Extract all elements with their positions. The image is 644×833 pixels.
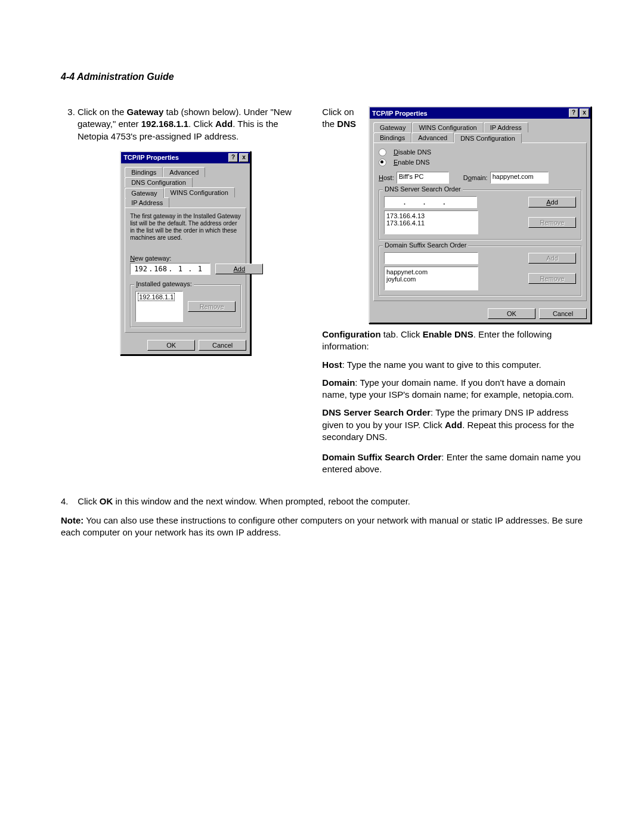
tab-gateway[interactable]: Gateway: [373, 122, 412, 132]
help-icon[interactable]: ?: [228, 153, 238, 162]
enable-dns-radio[interactable]: Enable DNS: [379, 158, 581, 166]
right-dss-p: Domain Suffix Search Order: Enter the sa…: [322, 451, 592, 476]
note-paragraph: Note: You can also use these instruction…: [61, 515, 592, 539]
tab-ipaddress[interactable]: IP Address: [125, 197, 169, 208]
add-dns-button[interactable]: Add: [528, 197, 576, 208]
tcpip-dns-dialog: TCP/IP Properties ? x Gateway WINS Confi…: [369, 106, 592, 324]
ok-button[interactable]: OK: [147, 340, 195, 351]
new-gateway-input[interactable]: 192. 168. 1. 1: [130, 263, 210, 275]
page-header: 4-4 Administration Guide: [61, 72, 592, 82]
step-4: 4. Click OK in this window and the next …: [61, 496, 592, 506]
step-3: Click on the Gateway tab (shown below). …: [78, 106, 310, 143]
tab-bindings[interactable]: Bindings: [125, 167, 163, 177]
tab-advanced[interactable]: Advanced: [411, 132, 454, 143]
dialog2-panel: Disable DNS Enable DNS Host: Biff's PC D…: [373, 143, 587, 301]
dialog2-tabs-row1: Gateway WINS Configuration IP Address: [370, 119, 590, 132]
tab-bindings[interactable]: Bindings: [373, 132, 411, 143]
domain-label: Domain:: [463, 174, 488, 181]
domain-input[interactable]: happynet.com: [490, 172, 549, 184]
host-label: Host:: [379, 174, 394, 181]
tab-wins[interactable]: WINS Configuration: [164, 187, 235, 197]
step3-add: Add: [215, 119, 233, 129]
dialog1-tabs-row2: Gateway WINS Configuration IP Address: [121, 187, 250, 208]
list-item[interactable]: 173.166.4.11: [386, 219, 476, 227]
right-dsso-p: DNS Server Search Order: Type the primar…: [322, 407, 592, 443]
list-item[interactable]: 173.166.4.13: [386, 212, 476, 219]
tcpip-gateway-dialog: TCP/IP Properties ? x Bindings Advanced …: [120, 151, 251, 355]
dialog1-titlebar[interactable]: TCP/IP Properties ? x: [121, 152, 250, 163]
tab-dns-config[interactable]: DNS Configuration: [454, 133, 522, 143]
help-icon[interactable]: ?: [569, 109, 578, 117]
domain-suffix-group: Domain Suffix Search Order Add happynet.…: [379, 246, 581, 296]
suffix-legend: Domain Suffix Search Order: [383, 241, 468, 249]
dns-ip-input[interactable]: ...: [384, 196, 477, 208]
step3-gateway: Gateway: [127, 107, 164, 117]
dialog2-title: TCP/IP Properties: [372, 110, 428, 117]
right-host-p: Host: Type the name you want to give to …: [322, 359, 592, 371]
dialog1-panel: The first gateway in the Installed Gatew…: [125, 208, 246, 333]
dialog2-titlebar[interactable]: TCP/IP Properties ? x: [370, 107, 590, 119]
tab-advanced[interactable]: Advanced: [163, 167, 205, 177]
ok-button[interactable]: OK: [488, 308, 535, 319]
add-suffix-button[interactable]: Add: [528, 253, 576, 264]
suffix-list[interactable]: happynet.com joyful.com: [384, 267, 478, 290]
dsso-legend: DNS Server Search Order: [383, 185, 463, 193]
add-gateway-button[interactable]: Add: [215, 264, 263, 274]
host-input[interactable]: Biff's PC: [397, 172, 449, 184]
tab-dns-config[interactable]: DNS Configuration: [125, 177, 193, 187]
tab-gateway[interactable]: Gateway: [125, 188, 163, 198]
gateway-desc: The first gateway in the Installed Gatew…: [130, 213, 241, 241]
cancel-button[interactable]: Cancel: [199, 340, 246, 351]
remove-suffix-button[interactable]: Remove: [528, 273, 576, 284]
step4-number: 4.: [61, 496, 75, 506]
step3-ip: 192.168.1.1: [141, 119, 188, 129]
dns-search-order-group: DNS Server Search Order ... Add 173.166.…: [379, 190, 581, 240]
tab-wins[interactable]: WINS Configuration: [412, 122, 483, 132]
right-domain-p: Domain: Type your domain name. If you do…: [322, 377, 592, 401]
step3-text3: . Click: [188, 119, 215, 129]
installed-gateways-list[interactable]: 192.168.1.1: [135, 291, 183, 322]
suffix-input[interactable]: [384, 252, 478, 264]
close-icon[interactable]: x: [239, 153, 249, 162]
dialog1-tabs-row1: Bindings Advanced DNS Configuration: [121, 163, 250, 187]
close-icon[interactable]: x: [580, 109, 589, 117]
list-item[interactable]: 192.168.1.1: [138, 293, 175, 301]
new-gateway-label: New gateway:: [130, 255, 241, 262]
dialog2-tabs-row2: Bindings Advanced DNS Configuration: [370, 132, 590, 143]
remove-gateway-button[interactable]: Remove: [188, 301, 236, 312]
list-item[interactable]: joyful.com: [386, 275, 476, 283]
remove-dns-button[interactable]: Remove: [528, 217, 576, 228]
tab-ipaddress[interactable]: IP Address: [484, 122, 528, 132]
disable-dns-radio[interactable]: Disable DNS: [379, 148, 581, 156]
dialog1-title: TCP/IP Properties: [123, 154, 179, 161]
installed-gateways-group: Installed gateways: 192.168.1.1 Remove: [130, 284, 241, 327]
dns-list[interactable]: 173.166.4.13 173.166.4.11: [384, 210, 478, 234]
list-item[interactable]: happynet.com: [386, 268, 476, 275]
step3-text: Click on the: [78, 107, 127, 117]
cancel-button[interactable]: Cancel: [539, 308, 587, 319]
